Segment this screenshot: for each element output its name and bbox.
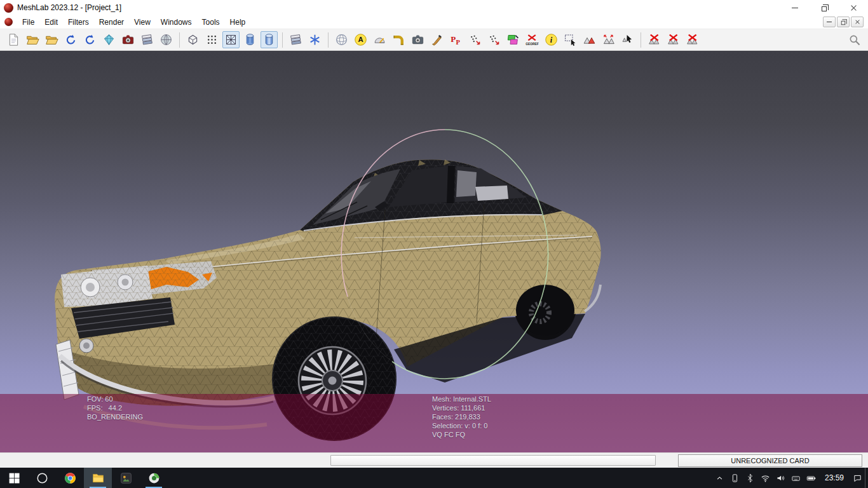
search-filter-button[interactable]: [846, 31, 863, 48]
camera-icon: [121, 33, 135, 46]
tray-chevron-up-icon[interactable]: [712, 468, 728, 488]
window-title: MeshLab 2023.12 - [Project_1]: [17, 3, 121, 12]
georeference-button[interactable]: [524, 31, 541, 48]
search-icon: [36, 471, 49, 485]
select-face-mode-button[interactable]: [619, 31, 636, 48]
tray-wifi-icon[interactable]: [758, 468, 773, 488]
z-painting-button[interactable]: [428, 31, 445, 48]
delete-selected-vertices-button[interactable]: [665, 31, 682, 48]
statusbar: UNRECOGNIZED CARD: [0, 452, 868, 468]
tri-red-icon: [583, 33, 596, 46]
menu-windows[interactable]: Windows: [156, 16, 197, 29]
render-bbox-button[interactable]: [184, 31, 201, 48]
mdi-close-button[interactable]: [851, 17, 864, 27]
minimize-button[interactable]: [780, 0, 810, 15]
menu-help[interactable]: Help: [225, 16, 251, 29]
taskbar-chrome[interactable]: [56, 468, 84, 488]
menu-filters[interactable]: Filters: [63, 16, 94, 29]
reload-all-button[interactable]: [62, 31, 79, 48]
taskbar-browser-secondary[interactable]: [140, 468, 168, 488]
menubar: FileEditFiltersRenderViewWindowsToolsHel…: [0, 15, 868, 29]
render-flat-button[interactable]: [241, 31, 259, 48]
delete-selected-faces-button[interactable]: [646, 31, 663, 48]
align-icon: [506, 33, 520, 46]
copy-viewpoint-button[interactable]: [409, 31, 426, 48]
menu-render[interactable]: Render: [94, 16, 129, 29]
hud-right: Mesh: Internal.STLVertices: 111,661Faces…: [432, 395, 491, 439]
chrome-icon: [64, 471, 77, 485]
open-project-button[interactable]: [24, 31, 41, 48]
toolbar-separator: [328, 32, 329, 48]
circle-a-icon: [354, 33, 367, 46]
menu-edit[interactable]: Edit: [39, 16, 63, 29]
save-icon: [102, 33, 116, 46]
import-mesh-button[interactable]: [43, 31, 60, 48]
globe-icon: [159, 33, 173, 46]
select-connected-button[interactable]: [600, 31, 617, 48]
image-app-icon: [119, 471, 133, 485]
file-explorer-icon: [92, 471, 105, 485]
menu-tools[interactable]: Tools: [197, 16, 225, 29]
select-faces-button[interactable]: [581, 31, 598, 48]
show-layer-dialog-button[interactable]: [139, 31, 156, 48]
cyl-smooth-icon: [262, 33, 276, 46]
menu-view[interactable]: View: [129, 16, 156, 29]
show-raster-dialog-button[interactable]: [158, 31, 175, 48]
restore-button[interactable]: [810, 0, 839, 15]
bluetooth-icon: [745, 473, 755, 483]
select-vertices-button[interactable]: [562, 31, 579, 48]
menu-items: FileEditFiltersRenderViewWindowsToolsHel…: [17, 16, 250, 29]
meshlab-logo-icon: [4, 3, 13, 13]
new-empty-project-button[interactable]: [5, 31, 22, 48]
pts-arrow-icon: [487, 33, 501, 46]
taskbar-image-app[interactable]: [112, 468, 140, 488]
toolbar-separator: [179, 32, 180, 48]
project-window-icon: [4, 18, 13, 26]
align-tool-button[interactable]: [505, 31, 522, 48]
mdi-restore-button[interactable]: [837, 17, 850, 27]
delete-faces-vertices-button[interactable]: [684, 31, 701, 48]
show-trackball-button[interactable]: [333, 31, 350, 48]
render-points-button[interactable]: [203, 31, 220, 48]
system-tray: 23:59: [712, 468, 868, 488]
render-decorators-button[interactable]: [306, 31, 323, 48]
show-axis-button[interactable]: [352, 31, 369, 48]
pick-points-button[interactable]: [447, 31, 465, 48]
move-vertex-button[interactable]: [485, 31, 503, 48]
render-wireframe-button[interactable]: [222, 31, 240, 48]
taskbar-search[interactable]: [28, 468, 56, 488]
3d-viewport[interactable]: FOV: 60FPS: 44.2BO_RENDERING Mesh: Inter…: [0, 51, 868, 452]
tray-keyboard-icon[interactable]: [789, 468, 804, 488]
tray-phone-icon[interactable]: [728, 468, 743, 488]
phone-icon: [730, 473, 740, 483]
menu-file[interactable]: File: [17, 16, 39, 29]
tray-volume-icon[interactable]: [773, 468, 789, 488]
start-button[interactable]: [0, 468, 28, 488]
cyl-flat-icon: [243, 33, 257, 46]
close-button[interactable]: [839, 0, 868, 15]
show-desktop-button[interactable]: [865, 468, 868, 488]
gpu-card-button[interactable]: UNRECOGNIZED CARD: [678, 454, 862, 467]
measure-tool-button[interactable]: [371, 31, 388, 48]
doc-icon: [7, 33, 20, 46]
save-snapshot-button[interactable]: [119, 31, 137, 48]
mdi-minimize-icon: [827, 22, 832, 22]
taskbar-file-explorer[interactable]: [84, 468, 112, 488]
reload-icon: [64, 33, 78, 46]
show-textures-button[interactable]: [287, 31, 304, 48]
select-vertex-cluster-button[interactable]: [466, 31, 484, 48]
tray-bluetooth-icon[interactable]: [743, 468, 758, 488]
layer-info-button[interactable]: [543, 31, 560, 48]
hud-right-line-0: Mesh: Internal.STL: [432, 395, 491, 403]
hud-right-line-3: Selection: v: 0 f: 0: [432, 421, 491, 430]
export-mesh-button[interactable]: [100, 31, 118, 48]
mdi-minimize-button[interactable]: [823, 17, 836, 27]
layers-icon: [140, 33, 154, 46]
render-smooth-button[interactable]: [261, 31, 278, 48]
reload-current-button[interactable]: [81, 31, 98, 48]
hud-right-line-2: Faces: 219,833: [432, 412, 491, 421]
tray-battery-icon[interactable]: [804, 468, 819, 488]
action-center-button[interactable]: [850, 468, 865, 488]
taskbar-clock[interactable]: 23:59: [819, 473, 850, 482]
point-probe-button[interactable]: [390, 31, 407, 48]
